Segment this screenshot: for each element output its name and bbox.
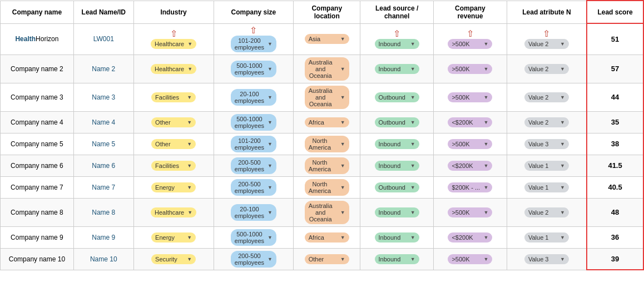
leads-table: Company nameLead Name/IDIndustryCompany … [0, 0, 644, 270]
revenue-cell[interactable]: $200K - ... ▼ [433, 176, 507, 198]
lead-id-cell: Name 3 [73, 83, 133, 111]
industry-cell[interactable]: Energy ▼ [133, 176, 214, 198]
industry-cell[interactable]: Healthcare ▼ [133, 198, 214, 226]
revenue-cell[interactable]: >500K ▼ [433, 55, 507, 83]
lead-id-cell: Name 10 [73, 248, 133, 270]
lead-id-cell: Name 2 [73, 55, 133, 83]
company-size-cell[interactable]: ⇧101-200 employees ▼ [214, 23, 294, 55]
industry-cell[interactable]: Facilities ▼ [133, 83, 214, 111]
lead-id-cell: Name 9 [73, 226, 133, 248]
lead-source-cell[interactable]: Outbound ▼ [360, 176, 434, 198]
revenue-cell[interactable]: <$200K ▼ [433, 226, 507, 248]
company-size-cell[interactable]: 200-500 employees ▼ [214, 248, 294, 270]
industry-cell[interactable]: Healthcare ▼ [133, 55, 214, 83]
location-cell[interactable]: Other ▼ [294, 248, 360, 270]
location-cell[interactable]: Asia ▼ [294, 23, 360, 55]
lead-source-cell[interactable]: Inbound ▼ [360, 155, 434, 176]
company-name-cell: Company name 2 [1, 55, 74, 83]
attribute-cell[interactable]: Value 2 ▼ [507, 111, 587, 133]
table-row: Company name 3Name 3Facilities ▼20-100 e… [1, 83, 644, 111]
company-size-cell[interactable]: 200-500 employees ▼ [214, 176, 294, 198]
lead-source-cell[interactable]: Inbound ▼ [360, 198, 434, 226]
industry-cell[interactable]: Energy ▼ [133, 226, 214, 248]
lead-score-cell: 40.5 [587, 176, 643, 198]
table-row: HealthHorizonLW001⇧Healthcare ▼⇧101-200 … [1, 23, 644, 55]
revenue-cell[interactable]: >500K ▼ [433, 83, 507, 111]
location-cell[interactable]: North America ▼ [294, 176, 360, 198]
attribute-cell[interactable]: Value 1 ▼ [507, 155, 587, 176]
table-row: Company name 10Name 10Security ▼200-500 … [1, 248, 644, 270]
industry-cell[interactable]: ⇧Healthcare ▼ [133, 23, 214, 55]
lead-source-cell[interactable]: Inbound ▼ [360, 248, 434, 270]
attribute-cell[interactable]: Value 2 ▼ [507, 55, 587, 83]
attribute-cell[interactable]: ⇧Value 2 ▼ [507, 23, 587, 55]
industry-cell[interactable]: Other ▼ [133, 133, 214, 155]
main-table-wrapper: Company nameLead Name/IDIndustryCompany … [0, 0, 644, 270]
location-cell[interactable]: Australia and Oceania ▼ [294, 83, 360, 111]
industry-cell[interactable]: Other ▼ [133, 111, 214, 133]
lead-source-cell[interactable]: Inbound ▼ [360, 226, 434, 248]
lead-id-cell: Name 5 [73, 133, 133, 155]
revenue-cell[interactable]: ⇧>500K ▼ [433, 23, 507, 55]
col-header-attribute: Lead atribute N [507, 1, 587, 23]
location-cell[interactable]: North America ▼ [294, 133, 360, 155]
col-header-score: Lead score [587, 1, 643, 23]
location-cell[interactable]: Africa ▼ [294, 226, 360, 248]
company-size-cell[interactable]: 500-1000 employees ▼ [214, 226, 294, 248]
lead-score-cell: 51 [587, 23, 643, 55]
col-header-company_size: Company size [214, 1, 294, 23]
lead-id-cell: Name 6 [73, 155, 133, 176]
table-row: Company name 2Name 2Healthcare ▼500-1000… [1, 55, 644, 83]
revenue-cell[interactable]: >500K ▼ [433, 198, 507, 226]
company-name-cell: Company name 8 [1, 198, 74, 226]
table-row: Company name 8Name 8Healthcare ▼20-100 e… [1, 198, 644, 226]
company-size-cell[interactable]: 101-200 employees ▼ [214, 133, 294, 155]
col-header-revenue: Company revenue [433, 1, 507, 23]
company-size-cell[interactable]: 500-1000 employees ▼ [214, 55, 294, 83]
company-name-cell: Company name 6 [1, 155, 74, 176]
company-size-cell[interactable]: 200-500 employees ▼ [214, 155, 294, 176]
lead-source-cell[interactable]: ⇧Inbound ▼ [360, 23, 434, 55]
company-name-cell: Company name 9 [1, 226, 74, 248]
lead-score-cell: 44 [587, 83, 643, 111]
attribute-cell[interactable]: Value 3 ▼ [507, 248, 587, 270]
attribute-cell[interactable]: Value 1 ▼ [507, 226, 587, 248]
location-cell[interactable]: North America ▼ [294, 155, 360, 176]
lead-id-cell: Name 8 [73, 198, 133, 226]
revenue-cell[interactable]: >500K ▼ [433, 133, 507, 155]
revenue-cell[interactable]: <$200K ▼ [433, 155, 507, 176]
company-size-cell[interactable]: 20-100 employees ▼ [214, 83, 294, 111]
attribute-cell[interactable]: Value 1 ▼ [507, 176, 587, 198]
lead-source-cell[interactable]: Inbound ▼ [360, 55, 434, 83]
company-name-cell: Company name 10 [1, 248, 74, 270]
lead-score-cell: 39 [587, 248, 643, 270]
location-cell[interactable]: Australia and Oceania ▼ [294, 198, 360, 226]
location-cell[interactable]: Australia and Oceania ▼ [294, 55, 360, 83]
col-header-location: Company location [294, 1, 360, 23]
lead-source-cell[interactable]: Outbound ▼ [360, 83, 434, 111]
company-size-cell[interactable]: 20-100 employees ▼ [214, 198, 294, 226]
company-name-cell: Company name 3 [1, 83, 74, 111]
industry-cell[interactable]: Security ▼ [133, 248, 214, 270]
table-row: Company name 7Name 7Energy ▼200-500 empl… [1, 176, 644, 198]
lead-source-cell[interactable]: Inbound ▼ [360, 133, 434, 155]
revenue-cell[interactable]: <$200K ▼ [433, 111, 507, 133]
company-size-cell[interactable]: 500-1000 employees ▼ [214, 111, 294, 133]
industry-cell[interactable]: Facilities ▼ [133, 155, 214, 176]
company-name-cell: Company name 5 [1, 133, 74, 155]
table-row: Company name 4Name 4Other ▼500-1000 empl… [1, 111, 644, 133]
company-name-cell: HealthHorizon [1, 23, 74, 55]
company-name-cell: Company name 7 [1, 176, 74, 198]
lead-id-cell: LW001 [73, 23, 133, 55]
revenue-cell[interactable]: >500K ▼ [433, 248, 507, 270]
attribute-cell[interactable]: Value 3 ▼ [507, 133, 587, 155]
attribute-cell[interactable]: Value 2 ▼ [507, 198, 587, 226]
location-cell[interactable]: Africa ▼ [294, 111, 360, 133]
lead-score-cell: 35 [587, 111, 643, 133]
lead-source-cell[interactable]: Outbound ▼ [360, 111, 434, 133]
col-header-industry: Industry [133, 1, 214, 23]
attribute-cell[interactable]: Value 2 ▼ [507, 83, 587, 111]
table-row: Company name 6Name 6Facilities ▼200-500 … [1, 155, 644, 176]
table-row: Company name 9Name 9Energy ▼500-1000 emp… [1, 226, 644, 248]
col-header-company_name: Company name [1, 1, 74, 23]
